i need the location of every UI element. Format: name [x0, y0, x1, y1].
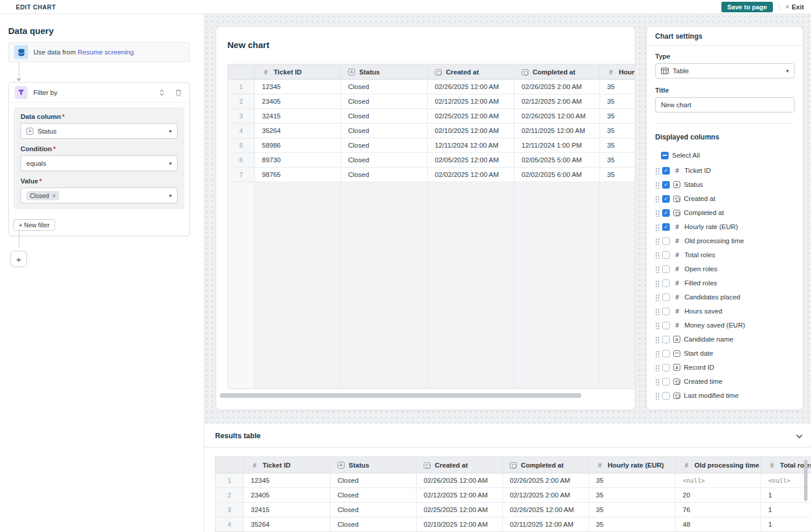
chip-remove-icon[interactable]: ×: [52, 192, 56, 199]
displayed-column-item[interactable]: Last modified time: [655, 388, 795, 403]
column-checkbox[interactable]: [662, 167, 670, 175]
drag-handle-icon[interactable]: [655, 251, 659, 259]
preview-column-header[interactable]: Ticket ID: [255, 64, 341, 80]
collapse-icon[interactable]: [156, 87, 167, 98]
table-cell: 02/05/2025 12:00 AM: [428, 153, 514, 168]
column-checkbox[interactable]: [662, 378, 670, 386]
column-checkbox[interactable]: [662, 251, 670, 259]
column-checkbox[interactable]: [662, 308, 670, 315]
exit-button[interactable]: × Exit: [785, 3, 804, 11]
data-column-label: Data column*: [21, 113, 178, 120]
select-all-row[interactable]: Select All: [655, 148, 795, 162]
displayed-column-item[interactable]: Money saved (EUR): [655, 318, 795, 332]
drag-handle-icon[interactable]: [655, 392, 659, 400]
select-all-checkbox[interactable]: [661, 152, 669, 159]
row-number: 2: [216, 488, 244, 503]
column-checkbox[interactable]: [662, 364, 670, 371]
column-checkbox[interactable]: [662, 279, 670, 287]
delete-icon[interactable]: [173, 87, 183, 98]
column-checkbox[interactable]: [662, 392, 670, 400]
drag-handle-icon[interactable]: [655, 364, 659, 371]
new-filter-button[interactable]: + New filter: [13, 219, 55, 231]
displayed-column-item[interactable]: Candidates placed: [655, 290, 795, 304]
displayed-column-item[interactable]: Start date: [655, 346, 795, 360]
condition-select[interactable]: equals ▾: [21, 155, 178, 171]
data-source-step[interactable]: Use data from Resume screening: [8, 42, 190, 62]
title-label: Title: [655, 87, 795, 94]
chart-type-select[interactable]: Table ▾: [655, 63, 795, 79]
drag-handle-icon[interactable]: [655, 181, 659, 189]
table-cell: 02/26/2025 12:00 AM: [503, 503, 589, 517]
drag-handle-icon[interactable]: [655, 265, 659, 273]
chart-title-input[interactable]: [655, 97, 795, 112]
table-cell: 35: [600, 124, 635, 138]
drag-handle-icon[interactable]: [655, 350, 659, 357]
results-column-header[interactable]: Old processing time: [676, 457, 761, 473]
displayed-column-item[interactable]: Candidate name: [655, 332, 795, 346]
preview-column-header[interactable]: Hourly rate (EUR): [600, 64, 635, 80]
required-marker: *: [39, 178, 42, 185]
table-cell: Closed: [341, 138, 428, 153]
drag-handle-icon[interactable]: [655, 209, 659, 217]
results-column-header[interactable]: Hourly rate (EUR): [589, 457, 676, 473]
drag-handle-icon[interactable]: [655, 237, 659, 245]
column-checkbox[interactable]: [662, 181, 670, 189]
displayed-column-label: Hourly rate (EUR): [684, 223, 738, 230]
data-column-select[interactable]: Status ▾: [21, 123, 178, 139]
scrollbar-thumb[interactable]: [804, 460, 807, 501]
displayed-column-item[interactable]: Old processing time: [655, 234, 795, 248]
displayed-column-item[interactable]: Ticket ID: [655, 163, 795, 178]
displayed-column-item[interactable]: Status: [655, 178, 795, 192]
results-column-header[interactable]: Status: [330, 457, 417, 473]
drag-handle-icon[interactable]: [655, 195, 659, 203]
add-step-button[interactable]: +: [11, 251, 27, 267]
preview-column-header[interactable]: Status: [341, 64, 428, 80]
chevron-down-icon[interactable]: [796, 433, 803, 440]
filter-step-header[interactable]: Filter by: [9, 83, 189, 103]
save-to-page-button[interactable]: Save to page: [721, 2, 773, 12]
displayed-column-item[interactable]: Record ID: [655, 360, 795, 374]
displayed-column-item[interactable]: Open roles: [655, 262, 795, 276]
preview-column-header[interactable]: Created at: [428, 64, 514, 80]
displayed-column-label: Created at: [684, 195, 715, 202]
column-checkbox[interactable]: [662, 350, 670, 357]
results-column-header[interactable]: Completed at: [503, 457, 589, 473]
displayed-column-item[interactable]: Created time: [655, 374, 795, 388]
displayed-column-item[interactable]: Filled roles: [655, 276, 795, 290]
table-cell: Closed: [341, 80, 428, 94]
column-checkbox[interactable]: [662, 294, 670, 301]
preview-column-header[interactable]: Completed at: [514, 64, 600, 80]
displayed-column-item[interactable]: Total roles: [655, 248, 795, 262]
drag-handle-icon[interactable]: [655, 322, 659, 329]
column-checkbox[interactable]: [662, 265, 670, 273]
column-checkbox[interactable]: [662, 322, 670, 329]
text-icon: [673, 364, 680, 371]
drag-handle-icon[interactable]: [655, 294, 659, 301]
results-column-header[interactable]: Ticket ID: [244, 457, 330, 473]
column-checkbox[interactable]: [662, 195, 670, 203]
displayed-column-item[interactable]: Hourly rate (EUR): [655, 220, 795, 234]
page-title: EDIT CHART: [16, 4, 56, 11]
drag-handle-icon[interactable]: [655, 308, 659, 315]
column-checkbox[interactable]: [662, 237, 670, 245]
column-checkbox[interactable]: [662, 223, 670, 231]
displayed-column-item[interactable]: Completed at: [655, 206, 795, 220]
drag-handle-icon[interactable]: [655, 279, 659, 287]
displayed-column-item[interactable]: Created at: [655, 192, 795, 206]
drag-handle-icon[interactable]: [655, 167, 659, 175]
scrollbar-thumb[interactable]: [220, 393, 581, 398]
column-checkbox[interactable]: [662, 336, 670, 343]
table-cell: 02/12/2025 2:00 AM: [503, 488, 589, 503]
displayed-column-item[interactable]: Hours saved: [655, 304, 795, 318]
drag-handle-icon[interactable]: [655, 378, 659, 386]
data-source-link[interactable]: Resume screening: [77, 49, 134, 56]
table-cell: 02/05/2025 5:00 AM: [514, 153, 600, 168]
results-column-header[interactable]: Created at: [417, 457, 503, 473]
value-select[interactable]: Closed × ▾: [21, 187, 178, 203]
drag-handle-icon[interactable]: [655, 223, 659, 231]
number-icon: [673, 322, 681, 329]
horizontal-scrollbar[interactable]: [220, 393, 630, 398]
vertical-scrollbar[interactable]: [804, 460, 807, 530]
drag-handle-icon[interactable]: [655, 336, 659, 343]
column-checkbox[interactable]: [662, 209, 670, 217]
